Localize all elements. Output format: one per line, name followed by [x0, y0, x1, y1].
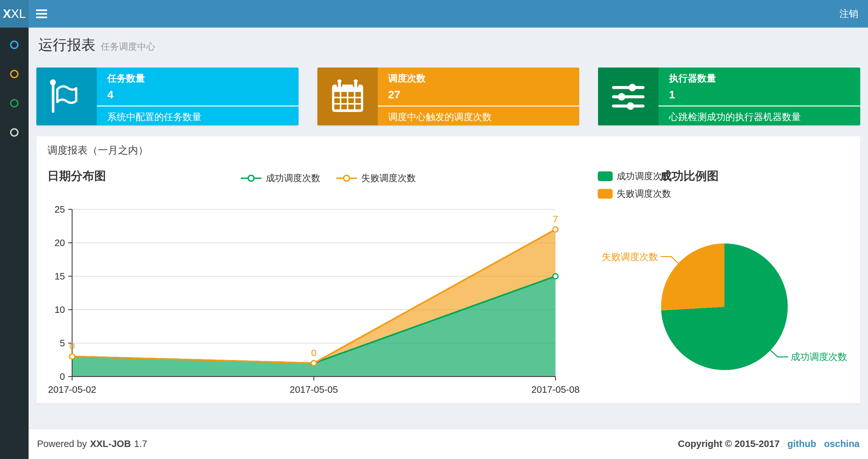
page-subtitle: 任务调度中心 — [101, 41, 155, 52]
content-area: 运行报表任务调度中心 任务数量 4 系统中配置的任务数量 — [29, 28, 868, 428]
stat-description: 系统中配置的任务数量 — [107, 111, 299, 124]
top-navbar: XXL 注销 — [0, 0, 868, 28]
footer-right: Copyright © 2015-2017 github oschina — [678, 438, 860, 449]
job-count-box: 任务数量 4 系统中配置的任务数量 — [36, 67, 299, 125]
trigger-count-box: 调度次数 27 调度中心触发的调度次数 — [317, 67, 580, 125]
svg-text:25: 25 — [55, 204, 65, 215]
svg-text:2017-05-05: 2017-05-05 — [290, 384, 338, 395]
sidebar-item-2-circle-icon[interactable] — [10, 70, 19, 78]
trigger-count-content: 调度次数 27 调度中心触发的调度次数 — [378, 67, 580, 125]
stat-value: 1 — [669, 88, 860, 101]
product-name: XXL-JOB — [90, 438, 131, 449]
stat-value: 27 — [388, 88, 580, 101]
sidebar-item-1-circle-icon[interactable] — [10, 40, 19, 49]
sidebar-item-4-circle-icon[interactable] — [10, 128, 19, 137]
legend-label: 成功调度次数 — [266, 172, 320, 185]
hamburger-icon — [36, 9, 47, 11]
copyright-text: Copyright © 2015-2017 — [678, 438, 780, 449]
stat-description: 调度中心触发的调度次数 — [388, 111, 580, 124]
svg-text:10: 10 — [55, 304, 65, 315]
svg-text:2017-05-08: 2017-05-08 — [531, 384, 580, 395]
stat-boxes-row: 任务数量 4 系统中配置的任务数量 — [36, 67, 860, 125]
stat-divider — [97, 105, 299, 106]
stat-description: 心跳检测成功的执行器机器数量 — [669, 111, 860, 124]
page-title: 运行报表 — [38, 37, 95, 53]
calendar-icon — [317, 67, 378, 125]
svg-text:失败调度次数: 失败调度次数 — [601, 252, 658, 262]
sidebar-item-3-circle-icon[interactable] — [10, 99, 19, 107]
executor-count-box: 执行器数量 1 心跳检测成功的执行器机器数量 — [598, 67, 860, 125]
date-distribution-title: 日期分布图 — [48, 168, 106, 184]
success-ratio-pie-chart: 成功调度次数失败调度次数 — [597, 227, 854, 390]
page-header: 运行报表任务调度中心 — [29, 28, 868, 55]
logo-light: XL — [11, 7, 26, 21]
stat-value: 4 — [107, 88, 299, 101]
legend-item-fail[interactable]: 失败调度次数 — [598, 188, 671, 200]
product-version: 1.7 — [134, 438, 147, 449]
github-link[interactable]: github — [787, 438, 816, 449]
oschina-link[interactable]: oschina — [824, 438, 860, 449]
job-count-content: 任务数量 4 系统中配置的任务数量 — [97, 67, 299, 125]
svg-text:2017-05-02: 2017-05-02 — [48, 384, 96, 395]
svg-text:5: 5 — [60, 338, 65, 348]
footer: Powered byXXL-JOB1.7 Copyright © 2015-20… — [29, 428, 868, 459]
app-logo[interactable]: XXL — [0, 0, 29, 28]
flag-icon — [36, 67, 97, 125]
stat-divider — [378, 105, 580, 106]
svg-text:成功调度次数: 成功调度次数 — [791, 352, 847, 362]
svg-text:15: 15 — [55, 271, 65, 282]
stat-label: 调度次数 — [388, 72, 580, 85]
stat-label: 执行器数量 — [669, 72, 860, 85]
svg-text:0: 0 — [311, 347, 317, 358]
line-marker-icon — [336, 174, 357, 182]
stat-label: 任务数量 — [107, 72, 299, 85]
line-chart-legend: 成功调度次数 失败调度次数 — [240, 172, 416, 185]
sliders-icon — [598, 67, 658, 125]
powered-by-text: Powered byXXL-JOB1.7 — [37, 438, 147, 449]
sidebar — [0, 28, 29, 459]
legend-label: 失败调度次数 — [361, 172, 416, 185]
legend-swatch-icon — [598, 171, 613, 181]
svg-text:7: 7 — [553, 214, 558, 224]
date-distribution-chart: 05101520252017-05-022017-05-052017-05-08… — [42, 195, 585, 399]
panel-title: 调度报表（一月之内） — [48, 143, 148, 157]
svg-text:0: 0 — [60, 371, 65, 382]
schedule-report-panel: 调度报表（一月之内） 日期分布图 成功调度次数 失败调度次数 成功调度次数 失败… — [36, 136, 860, 403]
legend-swatch-icon — [598, 189, 613, 199]
logout-link[interactable]: 注销 — [830, 0, 868, 28]
svg-text:0: 0 — [69, 340, 75, 351]
executor-count-content: 执行器数量 1 心跳检测成功的执行器机器数量 — [658, 67, 860, 125]
navbar-spacer — [55, 0, 830, 28]
legend-label: 失败调度次数 — [617, 188, 671, 200]
success-ratio-title: 成功比例图 — [660, 168, 719, 184]
logo-bold: X — [3, 7, 11, 21]
svg-text:20: 20 — [55, 238, 65, 248]
legend-item-fail[interactable]: 失败调度次数 — [336, 172, 416, 185]
sidebar-toggle-button[interactable] — [29, 0, 55, 28]
stat-divider — [658, 105, 860, 106]
legend-item-success[interactable]: 成功调度次数 — [240, 172, 320, 185]
line-marker-icon — [240, 174, 262, 182]
